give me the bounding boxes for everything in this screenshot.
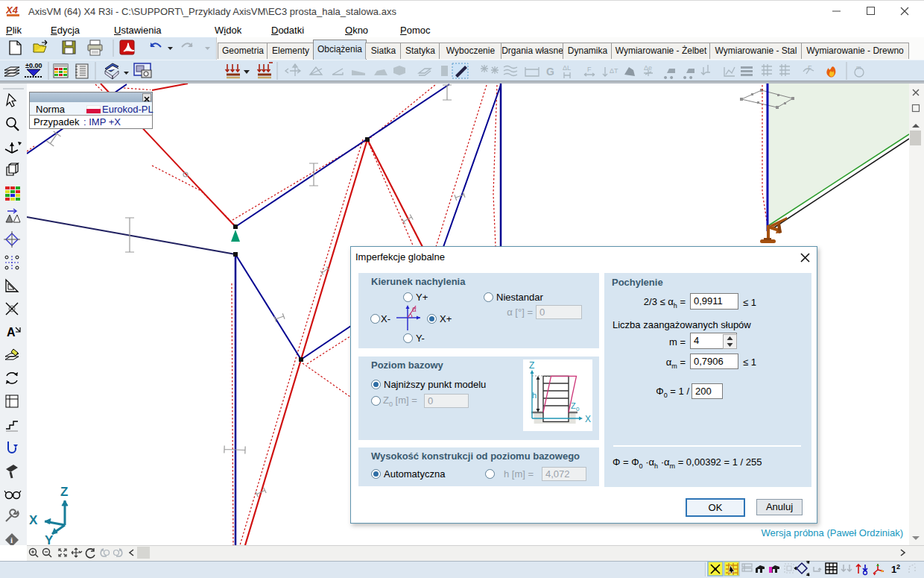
svg-text:Z: Z [571, 401, 576, 410]
svg-text:X: X [585, 414, 591, 424]
svg-text:0: 0 [576, 406, 580, 412]
svg-text:i: i [10, 535, 13, 544]
svg-text:A: A [7, 326, 16, 339]
svg-text:X: X [29, 513, 38, 527]
svg-text:Z: Z [529, 360, 534, 371]
svg-text:α: α [412, 305, 417, 313]
svg-text:2: 2 [896, 563, 900, 571]
svg-text:Z: Z [60, 485, 68, 499]
svg-text:h: h [532, 391, 537, 400]
